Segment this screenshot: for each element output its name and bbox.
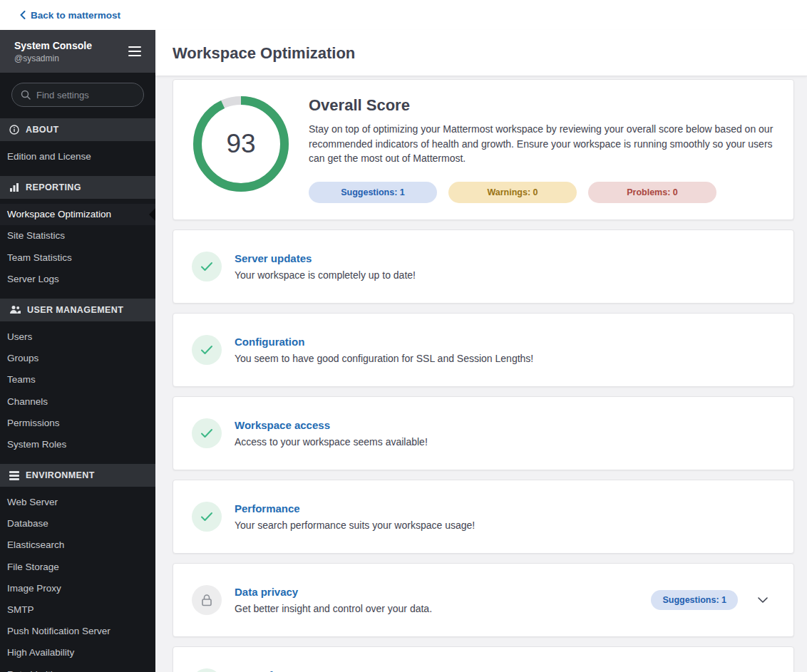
card-description: Your search performance suits your works… xyxy=(235,519,775,531)
sidebar-item-workspace-optimization[interactable]: Workspace Optimization xyxy=(0,204,155,225)
sidebar-item-team-statistics[interactable]: Team Statistics xyxy=(0,247,155,269)
card-description: Your workspace is completely up to date! xyxy=(235,269,775,281)
sidebar-item-channels[interactable]: Channels xyxy=(0,391,155,413)
score-value: 93 xyxy=(192,95,290,193)
hamburger-menu-icon[interactable] xyxy=(125,43,144,59)
section-header-reporting: REPORTING xyxy=(0,176,155,199)
sidebar-item-permissions[interactable]: Permissions xyxy=(0,413,155,434)
topbar: Back to mattermost xyxy=(0,0,807,30)
card-title-configuration[interactable]: Configuration xyxy=(235,336,304,348)
card-title-performance[interactable]: Performance xyxy=(235,502,300,515)
users-icon xyxy=(9,305,21,314)
sidebar-item-server-logs[interactable]: Server Logs xyxy=(0,269,155,290)
card-title-server-updates[interactable]: Server updates xyxy=(235,252,312,264)
sidebar-item-groups[interactable]: Groups xyxy=(0,348,155,369)
lock-icon xyxy=(192,585,222,615)
card-title-ease-of-management[interactable]: Ease of management xyxy=(235,669,341,672)
suggestions-badge: Suggestions: 1 xyxy=(309,182,437,203)
sidebar: System Console @sysadmin ABOUT Edition xyxy=(0,30,155,672)
page-title: Workspace Optimization xyxy=(173,44,790,63)
sidebar-item-teams[interactable]: Teams xyxy=(0,369,155,391)
section-header-user-management: USER MANAGEMENT xyxy=(0,299,155,321)
server-icon xyxy=(9,471,19,480)
section-header-about: ABOUT xyxy=(0,118,155,141)
sidebar-item-database[interactable]: Database xyxy=(0,513,155,534)
info-icon xyxy=(9,125,19,135)
chevron-left-icon xyxy=(20,11,26,19)
check-icon xyxy=(192,418,222,448)
chevron-down-icon[interactable] xyxy=(755,594,771,606)
console-username: @sysadmin xyxy=(14,53,92,63)
overall-score-card: 93 Overall Score Stay on top of optimizi… xyxy=(173,79,794,220)
sidebar-item-elasticsearch[interactable]: Elasticsearch xyxy=(0,534,155,556)
card-description: You seem to have good configuration for … xyxy=(235,353,775,364)
overall-score-description: Stay on top of optimizing your Mattermos… xyxy=(309,122,775,166)
check-icon xyxy=(192,502,222,532)
sidebar-item-site-statistics[interactable]: Site Statistics xyxy=(0,225,155,247)
check-icon xyxy=(192,335,222,365)
section-header-environment: ENVIRONMENT xyxy=(0,464,155,487)
sidebar-item-image-proxy[interactable]: Image Proxy xyxy=(0,578,155,599)
score-donut-chart: 93 xyxy=(192,95,290,193)
sidebar-header: System Console @sysadmin xyxy=(0,30,155,73)
sidebar-item-push-notification-server[interactable]: Push Notification Server xyxy=(0,621,155,642)
sidebar-item-smtp[interactable]: SMTP xyxy=(0,599,155,621)
card-description: Access to your workspace seems available… xyxy=(235,436,775,448)
sidebar-item-users[interactable]: Users xyxy=(0,326,155,348)
console-title: System Console xyxy=(14,40,92,51)
sidebar-search xyxy=(0,73,155,118)
back-link[interactable]: Back to mattermost xyxy=(20,10,120,21)
check-icon xyxy=(192,252,222,281)
card-server-updates: Server updates Your workspace is complet… xyxy=(173,229,794,304)
search-box[interactable] xyxy=(11,83,144,107)
overall-score-title: Overall Score xyxy=(309,96,775,115)
sidebar-item-high-availability[interactable]: High Availability xyxy=(0,642,155,663)
sidebar-item-file-storage[interactable]: File Storage xyxy=(0,557,155,578)
problems-badge: Problems: 0 xyxy=(588,182,716,203)
warnings-badge: Warnings: 0 xyxy=(448,182,577,203)
search-icon xyxy=(21,90,31,100)
card-ease-of-management: Ease of management Your user authenticat… xyxy=(173,646,794,672)
card-data-privacy: Data privacy Get better insight and cont… xyxy=(173,563,794,637)
card-workspace-access: Workspace access Access to your workspac… xyxy=(173,396,794,470)
card-description: Get better insight and control over your… xyxy=(235,603,638,614)
search-input[interactable] xyxy=(36,90,135,100)
sidebar-item-rate-limiting[interactable]: Rate Limiting xyxy=(0,664,155,672)
sidebar-item-web-server[interactable]: Web Server xyxy=(0,492,155,513)
card-performance: Performance Your search performance suit… xyxy=(173,480,794,554)
card-title-workspace-access[interactable]: Workspace access xyxy=(235,419,330,431)
content-scroll-area[interactable]: 93 Overall Score Stay on top of optimizi… xyxy=(155,76,807,672)
back-link-label: Back to mattermost xyxy=(31,10,120,21)
check-icon xyxy=(192,668,222,672)
main-content: Workspace Optimization 93 Overall Score … xyxy=(155,30,807,672)
sidebar-item-system-roles[interactable]: System Roles xyxy=(0,434,155,455)
sidebar-item-edition-and-license[interactable]: Edition and License xyxy=(0,146,155,167)
page-header: Workspace Optimization xyxy=(155,30,807,76)
card-suggestions-badge: Suggestions: 1 xyxy=(651,590,738,610)
card-configuration: Configuration You seem to have good conf… xyxy=(173,313,794,387)
card-title-data-privacy[interactable]: Data privacy xyxy=(235,586,298,598)
bar-chart-icon xyxy=(9,182,19,192)
